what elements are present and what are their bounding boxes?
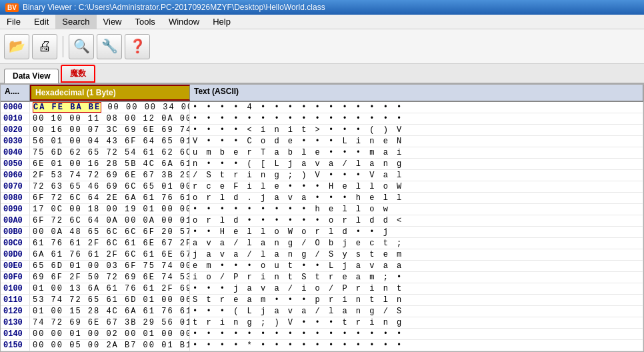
- table-row: 015000 00 05 00 2A B7 00 01 B1 00 00 00 …: [1, 340, 643, 351]
- text-cell: o r l d • • • • • • o r l d d <: [190, 215, 643, 226]
- text-cell: t r i n g ; ) V • • • t r i n g: [190, 317, 643, 328]
- address-cell: 0110: [1, 295, 30, 305]
- settings-button[interactable]: 🔧: [97, 34, 122, 59]
- hex-cell: 00 00 05 00 2A B7 00 01 B1 00 00 00 01 0…: [30, 340, 190, 351]
- text-cell: • • • • • • • • • • • • • • • •: [190, 113, 643, 124]
- table-row: 00506E 01 00 16 28 5B 4C 6A 61 76 61 2F …: [1, 159, 643, 170]
- search-button[interactable]: 🔍: [69, 34, 94, 59]
- tab-data-view[interactable]: Data View: [4, 69, 59, 83]
- address-cell: 0080: [1, 193, 30, 203]
- hex-cell: 61 76 61 2F 6C 61 6E 67 2F 4F 62 6A 65 6…: [30, 238, 190, 249]
- table-row: 007072 63 65 46 69 6C 65 01 00 0F 48 65 …: [1, 181, 643, 193]
- address-cell: 0020: [1, 125, 30, 135]
- toolbar: 📂🖨🔍🔧❓: [0, 29, 644, 64]
- table-row: 004075 6D 62 65 72 54 61 62 6C 65 01 00 …: [1, 147, 643, 159]
- table-row: 00E065 6D 01 00 03 6F 75 74 00 15 4C 6A …: [1, 261, 643, 272]
- address-cell: 0010: [1, 113, 30, 124]
- address-cell: 0130: [1, 317, 30, 328]
- text-cell: i o / P r i n t S t r e a m ; •: [190, 272, 643, 283]
- title-bar: BV Binary Viewer : C:\Users\Administrato…: [0, 0, 644, 15]
- text-cell: o r l d . j a v a • • • h e l l: [190, 193, 643, 203]
- address-cell: 00A0: [1, 215, 30, 226]
- text-cell: e m • • • o u t • • L j a v a a: [190, 261, 643, 271]
- hex-cell: 17 0C 00 18 00 19 01 00 00 68 65 6C 6C 6…: [30, 204, 190, 215]
- hex-cell: 65 6D 01 00 03 6F 75 74 00 15 4C 6A 61 7…: [30, 261, 190, 271]
- table-row: 002000 16 00 07 3C 69 6E 69 74 3E 01 00 …: [1, 125, 643, 136]
- address-cell: 0000: [1, 102, 30, 113]
- address-cell: 0060: [1, 170, 30, 181]
- hex-cell: 01 00 13 6A 61 76 61 2F 69 6F 2F 50 72 6…: [30, 283, 190, 294]
- text-cell: V • • • C o d e • • • L i n e N: [190, 136, 643, 147]
- text-cell: • • • ( L j a v a / l a n g / S: [190, 306, 643, 317]
- text-cell: • • • • * • • • • • • • • • • •: [190, 340, 643, 351]
- address-cell: 0090: [1, 204, 30, 215]
- address-cell: 00E0: [1, 261, 30, 271]
- table-row: 00A06F 72 6C 64 0A 00 0A 00 01 0C 6F 72 …: [1, 215, 643, 227]
- app-icon: BV: [5, 3, 19, 12]
- toolbar-separator: [63, 36, 63, 57]
- text-cell: u m b e r T a b l e • • • m a i: [190, 147, 643, 158]
- hex-cell: 2F 53 74 72 69 6E 67 3B 29 56 01 00 0C 5…: [30, 170, 190, 181]
- address-cell: 00C0: [1, 238, 30, 249]
- address-cell: 0100: [1, 283, 30, 294]
- table-row: 009017 0C 00 18 00 19 01 00 00 68 65 6C …: [1, 204, 643, 215]
- hex-cell: CA FE BA BE 00 00 00 34 00 1D 0A 00 06 0…: [30, 102, 190, 113]
- table-row: 010001 00 13 6A 61 76 61 2F 69 6F 2F 50 …: [1, 283, 643, 295]
- text-cell: • • • j a v a / i o / P r i n t: [190, 283, 643, 294]
- table-row: 00D06A 61 76 61 2F 6C 61 6E 67 2F 53 79 …: [1, 249, 643, 261]
- table-row: 014000 00 01 00 02 00 01 00 00 00 07 00 …: [1, 329, 643, 340]
- header-hex: Hexadecimal (1 Byte): [30, 85, 190, 101]
- table-row: 003056 01 00 04 43 6F 64 65 01 00 0F 4C …: [1, 136, 643, 147]
- table-row: 0000CA FE BA BE 00 00 00 34 00 1D 0A 00 …: [1, 102, 643, 113]
- tabs-container: Data View 魔数: [0, 64, 644, 84]
- menu-item-view[interactable]: View: [97, 15, 129, 29]
- hex-cell: 56 01 00 04 43 6F 64 65 01 00 0F 4C 69 6…: [30, 136, 190, 147]
- open-button[interactable]: 📂: [4, 34, 29, 59]
- table-row: 00C061 76 61 2F 6C 61 6E 67 2F 4F 62 6A …: [1, 238, 643, 249]
- hex-cell: 6F 72 6C 64 0A 00 0A 00 01 0C 6F 72 6C 6…: [30, 215, 190, 226]
- print-button[interactable]: 🖨: [32, 34, 57, 59]
- hex-cell: 72 63 65 46 69 6C 65 01 00 0F 48 65 6C 6…: [30, 181, 190, 192]
- menu-item-help[interactable]: Help: [206, 15, 237, 29]
- text-cell: • • • • < i n i t > • • • ( ) V: [190, 125, 643, 135]
- table-row: 00806F 72 6C 64 2E 6A 61 76 61 01 00 05 …: [1, 193, 643, 204]
- help-button[interactable]: ❓: [125, 34, 150, 59]
- text-cell: j a v a / l a n g / S y s t e m: [190, 249, 643, 260]
- hex-cell: 6A 61 76 61 2F 6C 61 6E 67 2F 53 79 73 7…: [30, 249, 190, 260]
- address-cell: 00D0: [1, 249, 30, 260]
- address-cell: 0040: [1, 147, 30, 158]
- menu-item-edit[interactable]: Edit: [27, 15, 55, 29]
- hex-cell: 00 10 00 11 08 00 12 0A 00 13 00 14 07 0…: [30, 113, 190, 124]
- text-cell: • • • • • • • • • h e l l o w: [190, 204, 643, 215]
- address-cell: 0030: [1, 136, 30, 147]
- text-cell: • • • • 4 • • • • • • • • • • •: [190, 102, 643, 113]
- menu-bar: FileEditSearchViewToolsWindowHelp: [0, 15, 644, 29]
- text-cell: • • H e l l o W o r l d • • j: [190, 227, 643, 237]
- text-cell: • • • • • • • • • • • • • • • •: [190, 329, 643, 339]
- hex-cell: 6F 72 6C 64 2E 6A 61 76 61 01 00 05 68 6…: [30, 193, 190, 203]
- hex-cell: 69 6F 2F 50 72 69 6E 74 53 74 72 65 61 6…: [30, 272, 190, 283]
- menu-item-window[interactable]: Window: [162, 15, 206, 29]
- menu-item-tools[interactable]: Tools: [129, 15, 162, 29]
- hex-cell: 01 00 15 28 4C 6A 61 76 61 2F 6C 61 6E 6…: [30, 306, 190, 317]
- hex-cell: 00 16 00 07 3C 69 6E 69 74 3E 01 00 06 2…: [30, 125, 190, 135]
- address-cell: 00F0: [1, 272, 30, 283]
- address-cell: 0150: [1, 340, 30, 351]
- address-cell: 0050: [1, 159, 30, 169]
- address-cell: 0070: [1, 181, 30, 192]
- table-row: 013074 72 69 6E 67 3B 29 56 01 00 09 74 …: [1, 317, 643, 329]
- hex-cell: 53 74 72 65 61 6D 01 00 06 70 72 69 6E 7…: [30, 295, 190, 305]
- menu-item-file[interactable]: File: [0, 15, 27, 29]
- menu-item-search[interactable]: Search: [55, 15, 96, 29]
- hex-cell: 74 72 69 6E 67 3B 29 56 01 00 09 74 72 6…: [30, 317, 190, 328]
- header-address: A....: [1, 85, 30, 101]
- main-content[interactable]: A.... Hexadecimal (1 Byte) Text (ASCII) …: [0, 84, 644, 352]
- hex-cell: 00 0A 48 65 6C 6C 6F 20 57 6F 72 6C 64 0…: [30, 227, 190, 237]
- tab-magic[interactable]: 魔数: [61, 65, 95, 83]
- text-cell: n • • • ( [ L j a v a / l a n g: [190, 159, 643, 169]
- hex-cell: 00 00 01 00 02 00 01 00 00 00 07 00 08 0…: [30, 329, 190, 339]
- text-cell: S t r e a m • • • p r i n t l n: [190, 295, 643, 305]
- text-cell: a v a / l a n g / O b j e c t ;: [190, 238, 643, 249]
- text-cell: / S t r i n g ; ) V • • • V a l: [190, 170, 643, 181]
- table-row: 00F069 6F 2F 50 72 69 6E 74 53 74 72 65 …: [1, 272, 643, 283]
